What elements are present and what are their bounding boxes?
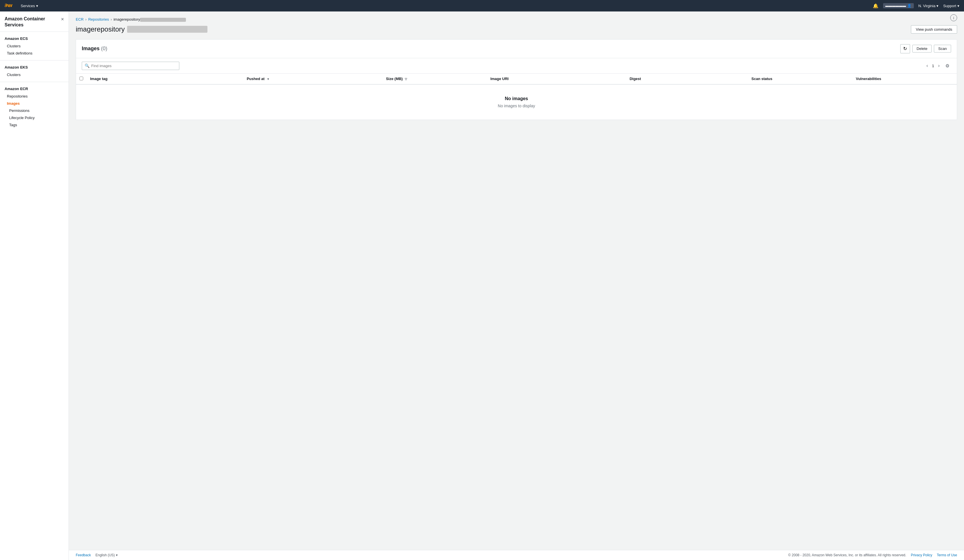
panel-actions: ↻ Delete Scan [900, 44, 951, 54]
breadcrumb-sep-2: › [111, 18, 112, 21]
breadcrumb-sep-1: › [85, 18, 86, 21]
col-header-scan-status: Scan status [748, 74, 852, 84]
col-header-vulnerabilities: Vulnerabilities [852, 74, 957, 84]
top-navigation: Services ▾ 🔔 ▬▬▬▬▬▬ 👤 N. Virginia ▾ Supp… [0, 0, 964, 11]
sidebar-section-ecr: Amazon ECR Repositories Images Permissio… [0, 82, 68, 132]
info-icon[interactable]: i [950, 15, 957, 21]
col-header-pushed-at[interactable]: Pushed at ▼ [243, 74, 383, 84]
sidebar-item-repositories[interactable]: Repositories [0, 93, 68, 100]
pushed-at-sort-icon: ▼ [267, 77, 270, 81]
view-push-commands-button[interactable]: View push commands [911, 25, 957, 34]
empty-state-row: No images No images to display [76, 84, 957, 120]
page-number: 1 [932, 63, 934, 68]
aws-logo[interactable] [5, 3, 14, 8]
language-label: English (US) [96, 553, 115, 557]
refresh-icon: ↻ [903, 46, 907, 51]
feedback-link[interactable]: Feedback [76, 553, 91, 557]
language-chevron-icon: ▾ [116, 553, 118, 557]
col-header-image-uri: Image URI [487, 74, 626, 84]
col-header-checkbox [76, 74, 86, 84]
images-count: (0) [101, 46, 107, 51]
sidebar-item-permissions[interactable]: Permissions [0, 107, 68, 114]
empty-state-desc: No images to display [82, 104, 951, 108]
sidebar-section-ecs: Amazon ECS Clusters Task definitions [0, 32, 68, 60]
select-all-checkbox[interactable] [80, 77, 83, 80]
copyright-text: © 2008 - 2020, Amazon Web Services, Inc.… [788, 553, 906, 557]
search-pagination-row: 🔍 ‹ 1 › ⚙ [76, 58, 957, 74]
content-area: i ECR › Repositories › imagerepository i… [69, 11, 964, 560]
sidebar-item-task-definitions[interactable]: Task definitions [0, 50, 68, 57]
user-account-icon: 👤 [907, 4, 912, 8]
breadcrumb-repositories-link[interactable]: Repositories [88, 17, 109, 21]
col-header-size[interactable]: Size (MB) ▽ [383, 74, 487, 84]
scan-button[interactable]: Scan [934, 45, 951, 52]
sidebar-section-title-ecs: Amazon ECS [0, 35, 68, 42]
notifications-icon[interactable]: 🔔 [873, 3, 878, 8]
images-panel: Images (0) ↻ Delete Scan 🔍 [76, 39, 957, 120]
col-header-image-tag: Image tag [86, 74, 243, 84]
sidebar-item-clusters-eks[interactable]: Clusters [0, 71, 68, 78]
services-chevron-icon: ▾ [36, 4, 38, 8]
sidebar-item-clusters-ecs[interactable]: Clusters [0, 42, 68, 50]
page-title: imagerepository [76, 25, 207, 33]
sidebar-section-eks: Amazon EKS Clusters [0, 60, 68, 82]
search-wrapper: 🔍 [82, 62, 179, 70]
sidebar-section-title-ecr: Amazon ECR [0, 86, 68, 93]
pagination-controls: ‹ 1 › ⚙ [925, 63, 951, 69]
panel-header: Images (0) ↻ Delete Scan [76, 40, 957, 58]
support-chevron-icon: ▾ [957, 4, 959, 8]
breadcrumb-current: imagerepository [114, 17, 186, 22]
page-title-redacted [127, 26, 207, 33]
region-label: N. Virginia [918, 4, 936, 8]
refresh-button[interactable]: ↻ [900, 44, 910, 54]
size-sort-icon: ▽ [405, 77, 407, 81]
services-menu[interactable]: Services ▾ [21, 4, 38, 8]
delete-button[interactable]: Delete [912, 45, 932, 52]
search-input[interactable] [82, 62, 179, 70]
breadcrumb: ECR › Repositories › imagerepository [76, 17, 957, 22]
sidebar-title: Amazon Container Services [5, 16, 61, 28]
search-icon: 🔍 [85, 63, 90, 68]
region-selector[interactable]: N. Virginia ▾ [918, 4, 939, 8]
sidebar-section-title-eks: Amazon EKS [0, 64, 68, 71]
sidebar-close-button[interactable]: × [61, 17, 64, 22]
support-label: Support [943, 4, 956, 8]
support-menu[interactable]: Support ▾ [943, 4, 959, 8]
next-page-button[interactable]: › [936, 63, 941, 69]
sidebar-item-tags[interactable]: Tags [0, 121, 68, 129]
footer: Feedback English (US) ▾ © 2008 - 2020, A… [69, 550, 964, 560]
sidebar-header: Amazon Container Services × [0, 11, 68, 32]
empty-state-title: No images [82, 96, 951, 101]
prev-page-button[interactable]: ‹ [925, 63, 930, 69]
empty-state: No images No images to display [76, 85, 957, 120]
sidebar: Amazon Container Services × Amazon ECS C… [0, 11, 69, 560]
privacy-policy-link[interactable]: Privacy Policy [911, 553, 933, 557]
terms-of-use-link[interactable]: Terms of Use [937, 553, 957, 557]
language-selector[interactable]: English (US) ▾ [96, 553, 118, 557]
col-header-digest: Digest [626, 74, 748, 84]
sidebar-item-images[interactable]: Images [0, 100, 68, 107]
column-settings-button[interactable]: ⚙ [944, 63, 951, 69]
user-account-badge[interactable]: ▬▬▬▬▬▬ 👤 [883, 3, 914, 8]
breadcrumb-ecr-link[interactable]: ECR [76, 17, 83, 21]
services-label: Services [21, 4, 35, 8]
sidebar-item-lifecycle-policy[interactable]: Lifecycle Policy [0, 114, 68, 121]
panel-title: Images (0) [82, 46, 107, 52]
user-account-label: ▬▬▬▬▬▬ [885, 4, 906, 8]
images-table: Image tag Pushed at ▼ Size (MB) ▽ Image … [76, 74, 957, 120]
region-chevron-icon: ▾ [936, 4, 938, 8]
page-header: imagerepository View push commands [76, 25, 957, 34]
